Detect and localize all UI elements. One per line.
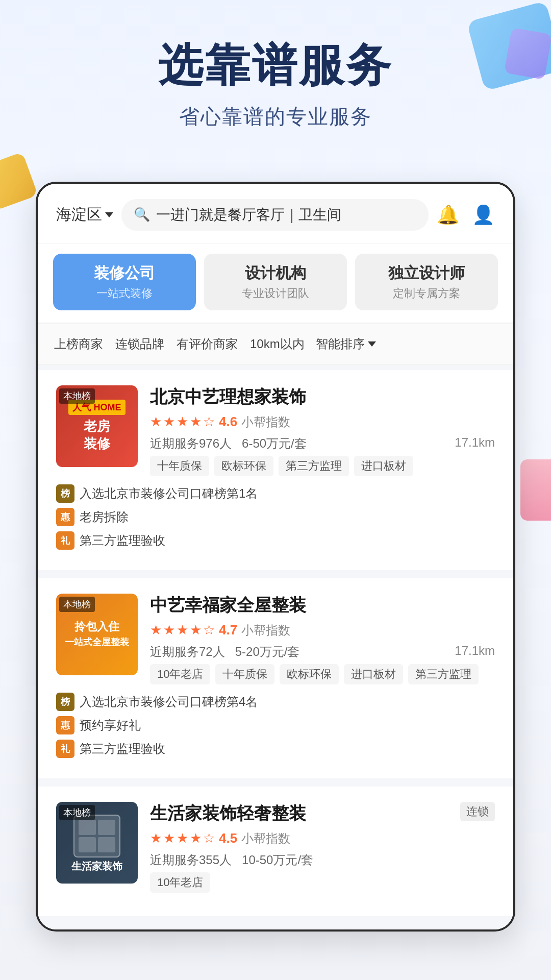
gift-badge-icon: 礼: [56, 740, 74, 758]
tag: 欧标环保: [214, 456, 273, 476]
app-frame: 海淀区 🔍 一进门就是餐厅客厅｜卫生间 🔔 👤 装修公司 一站式装修 设计机构 …: [36, 182, 515, 932]
star: ★: [150, 830, 162, 846]
star: ★: [190, 830, 202, 846]
rating-score-2: 4.7: [219, 622, 237, 638]
rating-row-1: ★ ★ ★ ★ ☆ 4.6 小帮指数: [150, 414, 495, 430]
tag: 欧标环保: [280, 664, 339, 684]
tab-designer-label: 独立设计师: [360, 263, 493, 284]
search-input-wrap[interactable]: 🔍 一进门就是餐厅客厅｜卫生间: [121, 199, 429, 231]
listings-container: 人气 HOME 老房装修 本地榜 北京中艺理想家装饰 ★ ★ ★ ★: [38, 365, 513, 929]
star: ★: [177, 622, 188, 638]
star: ★: [150, 622, 162, 638]
location-text: 海淀区: [56, 204, 102, 225]
tab-renovation-label: 装修公司: [58, 263, 191, 284]
promo-badge-icon: 惠: [56, 508, 74, 526]
tab-designer[interactable]: 独立设计师 定制专属方案: [355, 254, 498, 310]
listing-card[interactable]: 生活家装饰 本地榜 生活家装饰轻奢整装 连锁 ★ ★ ★: [38, 787, 513, 916]
badge-row: 榜 入选北京市装修公司口碑榜第4名: [56, 693, 495, 711]
user-icon[interactable]: 👤: [472, 204, 495, 226]
star: ★: [177, 414, 188, 430]
distance-2: 17.1km: [455, 644, 495, 660]
rating-row-2: ★ ★ ★ ★ ☆ 4.7 小帮指数: [150, 622, 495, 639]
chain-badge-3: 连锁: [460, 802, 495, 821]
filter-chain-brand[interactable]: 连锁品牌: [114, 333, 165, 355]
tag: 十年质保: [215, 664, 274, 684]
listing-info-3: 生活家装饰轻奢整装 连锁 ★ ★ ★ ★ ☆ 4.5 小帮指数: [150, 802, 495, 893]
badge-row: 礼 第三方监理验收: [56, 740, 495, 758]
rating-score-1: 4.6: [219, 414, 237, 430]
promo-badge-text-1: 老房拆除: [80, 509, 129, 525]
tag: 10年老店: [150, 872, 210, 893]
rank-badge-text-1: 入选北京市装修公司口碑榜第1名: [80, 485, 258, 502]
search-query-text: 一进门就是餐厅客厅｜卫生间: [156, 205, 341, 225]
distance-1: 17.1km: [455, 435, 495, 452]
star: ★: [150, 414, 162, 430]
star-half: ☆: [203, 830, 215, 846]
star: ★: [163, 622, 175, 638]
sort-chevron-icon: [368, 341, 376, 347]
listing-card[interactable]: 人气 HOME 老房装修 本地榜 北京中艺理想家装饰 ★ ★ ★ ★: [38, 370, 513, 570]
listing-card[interactable]: 拎包入住一站式全屋整装 本地榜 中艺幸福家全屋整装 ★ ★ ★ ★ ☆: [38, 578, 513, 778]
listing-img-label-3: 生活家装饰: [71, 860, 122, 873]
star-half: ☆: [203, 414, 215, 430]
stars-2: ★ ★ ★ ★ ☆: [150, 622, 215, 638]
rating-row-3: ★ ★ ★ ★ ☆ 4.5 小帮指数: [150, 830, 495, 847]
listing-header: 拎包入住一站式全屋整装 本地榜 中艺幸福家全屋整装 ★ ★ ★ ★ ☆: [56, 594, 495, 684]
tab-design-firm[interactable]: 设计机构 专业设计团队: [204, 254, 347, 310]
chevron-down-icon: [105, 212, 113, 217]
listing-img-label-1: 老房装修: [68, 418, 125, 453]
tags-row-2: 10年老店 十年质保 欧标环保 进口板材 第三方监理: [150, 664, 495, 684]
tab-renovation-sub: 一站式装修: [58, 286, 191, 301]
rating-label-2: 小帮指数: [241, 622, 290, 639]
hero-section: 选靠谱服务 省心靠谱的专业服务: [0, 0, 551, 151]
service-row-2: 近期服务72人 5-20万元/套 17.1km: [150, 644, 495, 660]
badge-row: 礼 第三方监理验收: [56, 531, 495, 550]
tags-row-1: 十年质保 欧标环保 第三方监理 进口板材: [150, 456, 495, 476]
listing-info-1: 北京中艺理想家装饰 ★ ★ ★ ★ ☆ 4.6 小帮指数 近期服务97: [150, 385, 495, 476]
badge-row: 榜 入选北京市装修公司口碑榜第1名: [56, 484, 495, 503]
star: ★: [190, 414, 202, 430]
recent-service-3: 近期服务355人 10-50万元/套: [150, 852, 313, 868]
tag: 进口板材: [344, 664, 403, 684]
star: ★: [163, 414, 175, 430]
tab-design-firm-sub: 专业设计团队: [209, 286, 342, 301]
star: ★: [163, 830, 175, 846]
filter-top-merchant[interactable]: 上榜商家: [53, 333, 104, 355]
filter-rated-merchant[interactable]: 有评价商家: [176, 333, 239, 355]
rating-label-1: 小帮指数: [241, 414, 290, 430]
filter-smart-sort[interactable]: 智能排序: [316, 336, 376, 352]
filter-distance[interactable]: 10km以内: [249, 333, 306, 355]
listing-name-1: 北京中艺理想家装饰: [150, 385, 495, 409]
rank-badge-icon: 榜: [56, 693, 74, 711]
badge-local-1: 本地榜: [59, 388, 95, 404]
tab-renovation[interactable]: 装修公司 一站式装修: [53, 254, 196, 310]
tag: 第三方监理: [279, 456, 349, 476]
star: ★: [177, 830, 188, 846]
tab-design-firm-label: 设计机构: [209, 263, 342, 284]
hero-subtitle: 省心靠谱的专业服务: [20, 103, 531, 131]
location-selector[interactable]: 海淀区: [56, 204, 113, 225]
deco-yellow-block: [0, 152, 38, 211]
tag: 第三方监理: [408, 664, 479, 684]
listing-image: 拎包入住一站式全屋整装 本地榜: [56, 594, 138, 675]
tag: 进口板材: [354, 456, 413, 476]
tab-designer-sub: 定制专属方案: [360, 286, 493, 301]
service-row-3: 近期服务355人 10-50万元/套: [150, 852, 495, 868]
listing-name-2: 中艺幸福家全屋整装: [150, 594, 495, 617]
rank-badge-icon: 榜: [56, 484, 74, 503]
listing-header: 人气 HOME 老房装修 本地榜 北京中艺理想家装饰 ★ ★ ★ ★: [56, 385, 495, 476]
listing-image: 人气 HOME 老房装修 本地榜: [56, 385, 138, 467]
promo-badge-icon: 惠: [56, 716, 74, 734]
search-icon: 🔍: [134, 207, 150, 223]
badge-rows-2: 榜 入选北京市装修公司口碑榜第4名 惠 预约享好礼 礼 第三方监理验收: [56, 693, 495, 758]
listing-image: 生活家装饰 本地榜: [56, 802, 138, 884]
bell-icon[interactable]: 🔔: [437, 204, 460, 226]
rating-score-3: 4.5: [219, 830, 237, 846]
gift-badge-text-2: 第三方监理验收: [80, 741, 165, 757]
promo-badge-text-2: 预约享好礼: [80, 717, 141, 733]
listing-name-3: 生活家装饰轻奢整装: [150, 802, 306, 825]
recent-service-1: 近期服务976人 6-50万元/套: [150, 435, 307, 452]
stars-3: ★ ★ ★ ★ ☆: [150, 830, 215, 846]
rating-label-3: 小帮指数: [241, 830, 290, 847]
tags-row-3: 10年老店: [150, 872, 495, 893]
